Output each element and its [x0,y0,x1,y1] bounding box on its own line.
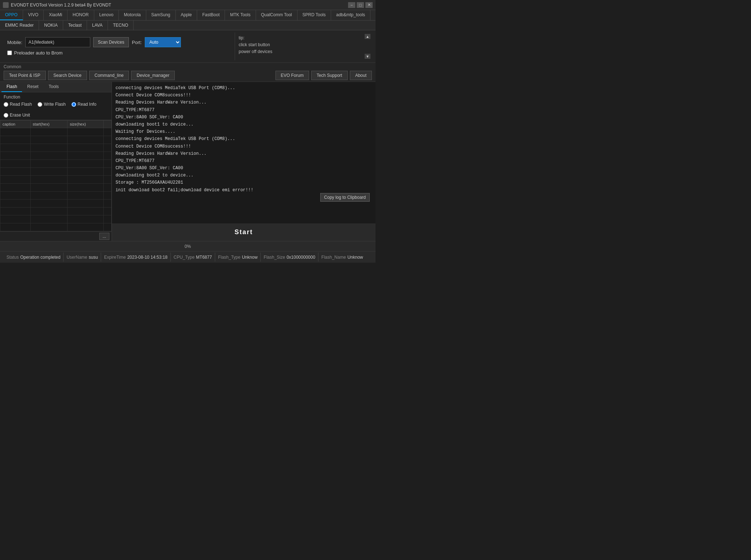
radio-erase-unit[interactable]: Erase Unit [4,113,30,118]
titlebar: EVONDT EVOTool Version 1.2.9 beta4 By EV… [0,0,376,10]
table-row[interactable] [0,152,112,160]
table-row[interactable] [0,160,112,168]
mobile-select[interactable]: A1(Mediatek) [25,37,90,47]
tab-vivo[interactable]: VIVO [23,10,44,20]
log-line: connecting devices MediaTek USB Port (CO… [116,85,372,92]
tab-samsung[interactable]: SamSung [146,10,176,20]
status-val: Unknow [347,255,363,260]
common-btn-commandline[interactable]: Command_line [89,71,129,80]
close-button[interactable]: ✕ [365,2,373,8]
common-btn-searchdevice[interactable]: Search Device [48,71,87,80]
table-row[interactable] [0,192,112,200]
main-tab-row: OPPOVIVOXiaoMiHONORLenovoMotorolaSamSung… [0,10,376,21]
mobile-port-area: Mobile: A1(Mediatek) Scan Devices Port: … [4,32,232,60]
tab-motorola[interactable]: Motorola [119,10,146,20]
function-section: Function Read FlashWrite FlashRead InfoE… [0,92,112,120]
status-item-cputype: CPU_Type MT6877 [171,253,215,262]
tip-section: ▲ tip: click start button power off devi… [235,32,372,60]
tab-lenovo[interactable]: Lenovo [94,10,119,20]
log-line: CPU_TYPE:MT6877 [116,158,372,165]
tab2-emmcreader[interactable]: EMMC Reader [0,21,39,30]
ellipsis-button[interactable]: ... [99,233,109,240]
table-row[interactable] [0,184,112,192]
log-output[interactable]: connecting devices MediaTek USB Port (CO… [112,82,376,223]
radio-read-info[interactable]: Read Info [71,102,96,107]
table-row[interactable] [0,176,112,184]
status-key: UserName [66,255,87,260]
radio-read-flash[interactable]: Read Flash [4,102,32,107]
status-val: MT6877 [196,255,212,260]
secondary-tab-row: EMMC ReaderNOKIATeclastLAVATECNO [0,21,376,30]
table-row[interactable] [0,223,112,231]
tip-scroll-up-button[interactable]: ▲ [365,34,370,39]
log-line: CPU_Ver:8A00 SOF_Ver: CA00 [116,114,372,121]
tab-oppo[interactable]: OPPO [0,10,23,20]
subtab-tools[interactable]: Tools [44,82,64,92]
status-bar: Status Operation completedUserName susuE… [0,251,376,263]
common-buttons: Test Point & ISPSearch DeviceCommand_lin… [4,71,372,80]
table-row[interactable] [0,136,112,144]
log-line: Reading Devices HardWare Version... [116,99,372,106]
tab-sprdtools[interactable]: SPRD Tools [298,10,331,20]
col-sizehex: size(hex) [68,121,103,128]
log-line: connecting devices MediaTek USB Port (CO… [116,136,372,143]
right-btn-about[interactable]: About [350,71,372,80]
flash-table[interactable]: captionstart(hex)size(hex) [0,120,112,231]
subtab-reset[interactable]: Reset [22,82,43,92]
copy-log-button[interactable]: Copy log to Clipboard [320,193,370,202]
log-line: Reading Devices HardWare Version... [116,150,372,157]
tip-scroll-down-button[interactable]: ▼ [365,54,370,59]
tab-fastboot[interactable]: FastBoot [197,10,225,20]
right-btn-techsupport[interactable]: Tech Support [311,71,348,80]
start-button[interactable]: Start [112,223,376,241]
port-select[interactable]: Auto [145,37,181,47]
scan-devices-button[interactable]: Scan Devices [93,37,129,47]
minimize-button[interactable]: − [348,2,355,8]
tip-label: tip: [239,35,368,41]
table-row[interactable] [0,128,112,136]
tab-apple[interactable]: Apple [176,10,197,20]
status-item-flashsize: Flash_Size 0x1000000000 [261,253,318,262]
mobile-label: Mobile: [7,40,22,45]
radio-write-flash[interactable]: Write Flash [38,102,65,107]
tab-adbmtptools[interactable]: adb&mtp_tools [331,10,370,20]
function-label: Function [4,95,108,100]
subtab-flash[interactable]: Flash [1,82,22,92]
status-item-flashtype: Flash_Type Unknow [215,253,261,262]
tab2-tecno[interactable]: TECNO [108,21,134,30]
tip-line1: click start button [239,41,368,48]
status-val: 2023-08-10 14:53:18 [127,255,167,260]
status-val: susu [89,255,98,260]
left-panel: FlashResetTools Function Read FlashWrite… [0,82,112,241]
tab-xiaomi[interactable]: XiaoMi [44,10,68,20]
tab-qualcommtool[interactable]: QualComm Tool [256,10,298,20]
right-btn-evoforum[interactable]: EVO Forum [275,71,309,80]
status-val: Operation completed [20,255,60,260]
common-btn-devicemanager[interactable]: Device_manager [131,71,175,80]
table-row[interactable] [0,144,112,152]
tip-line2: power off devices [239,48,368,55]
preloader-checkbox[interactable] [7,51,12,55]
tab2-nokia[interactable]: NOKIA [39,21,63,30]
status-val: 0x1000000000 [287,255,315,260]
common-label: Common [4,64,372,69]
tab2-lava[interactable]: LAVA [87,21,108,30]
table-row[interactable] [0,168,112,176]
status-item-username: UserName susu [64,253,101,262]
app-title: EVONDT EVOTool Version 1.2.9 beta4 By EV… [11,3,111,8]
port-label: Port: [132,40,142,45]
col-extra [103,121,111,128]
table-row[interactable] [0,200,112,207]
progress-text: 0% [185,244,191,249]
tab-honor[interactable]: HONOR [68,10,94,20]
col-caption: caption [0,121,31,128]
status-item-expiretime: ExpireTime 2023-08-10 14:53:18 [101,253,171,262]
log-line: Storage : MT256GAXAU4U2281 [116,179,372,186]
table-row[interactable] [0,207,112,215]
tab-mtktools[interactable]: MTK Tools [225,10,256,20]
common-btn-testpointisp[interactable]: Test Point & ISP [4,71,46,80]
restore-button[interactable]: □ [357,2,364,8]
app-icon [3,2,9,8]
tab2-teclast[interactable]: Teclast [63,21,87,30]
table-row[interactable] [0,215,112,223]
